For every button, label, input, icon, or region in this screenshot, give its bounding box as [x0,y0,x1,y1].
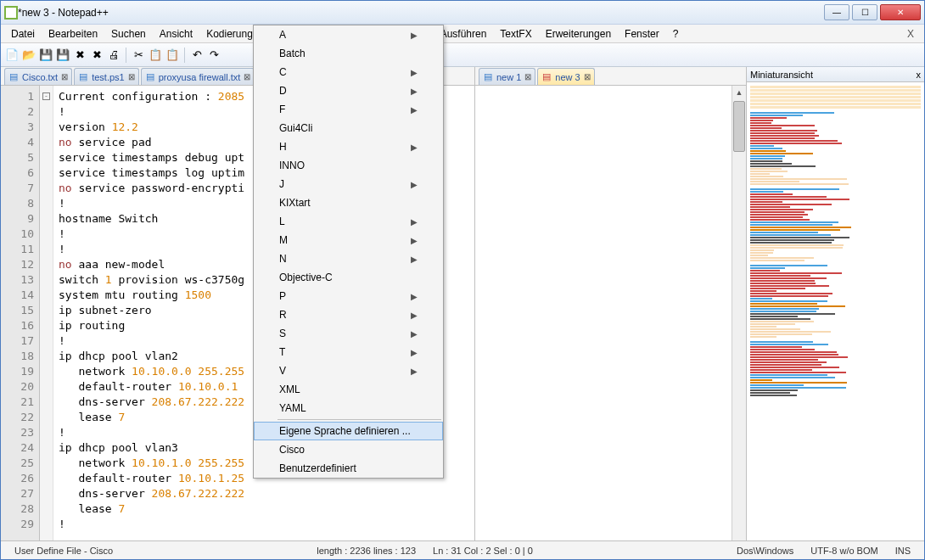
lang-item-yaml[interactable]: YAML [254,399,443,417]
lang-item[interactable]: Benutzerdefiniert [254,459,443,478]
save-all-icon[interactable]: 💾 [55,48,70,63]
menubar: DateiBearbeitenSuchenAnsichtKodierungSpr… [1,25,924,43]
file-icon: ▤ [78,72,88,82]
menu-bearbeiten[interactable]: Bearbeiten [42,26,104,42]
print-icon[interactable]: 🖨 [106,48,121,63]
workarea: ▤Cisco.txt⊠▤test.ps1⊠▤proxyusa firewall.… [1,67,924,540]
tab-close-icon[interactable]: ⊠ [244,72,250,81]
app-window: *new 3 - Notepad++ — ☐ ✕ DateiBearbeiten… [0,0,925,560]
lang-item-l[interactable]: L▶ [254,212,443,231]
status-encoding: UTF-8 w/o BOM [802,546,886,556]
minimap-title-text: Miniaturansicht [750,70,813,80]
lang-item-a[interactable]: A▶ [254,25,443,44]
lang-item-f[interactable]: F▶ [254,100,443,119]
tab[interactable]: ▤proxyusa firewall.txt⊠ [141,68,255,85]
copy-icon[interactable]: 📋 [148,48,163,63]
lang-item-kixtart[interactable]: KIXtart [254,193,443,212]
lang-item-j[interactable]: J▶ [254,175,443,193]
menu-?[interactable]: ? [666,26,686,42]
tab-close-icon[interactable]: ⊠ [584,72,591,81]
minimap-titlebar: Miniaturansicht x [747,67,924,82]
cut-icon[interactable]: ✂ [131,48,146,63]
lang-item-t[interactable]: T▶ [254,343,443,361]
toolbar: 📄 📂 💾 💾 ✖ ✖ 🖨 ✂ 📋 📋 ↶ ↷ [1,43,924,67]
redo-icon[interactable]: ↷ [206,48,221,63]
tab-close-icon[interactable]: ⊠ [61,72,68,81]
lang-item-v[interactable]: V▶ [254,361,443,380]
status-position: Ln : 31 Col : 2 Sel : 0 | 0 [424,546,541,556]
language-dropdown: A▶BatchC▶D▶F▶Gui4CliH▶INNOJ▶KIXtartL▶M▶N… [253,25,444,479]
right-scrollbar[interactable]: ▲ [732,86,746,540]
fold-toggle[interactable]: - [42,92,50,100]
menu-fenster[interactable]: Fenster [618,26,666,42]
file-icon: ▤ [145,72,155,82]
statusbar: User Define File - Cisco length : 2236 l… [1,540,924,559]
menu-textfx[interactable]: TextFX [493,26,538,42]
minimize-button[interactable]: — [824,4,849,20]
tab[interactable]: ▤test.ps1⊠ [74,68,139,85]
titlebar: *new 3 - Notepad++ — ☐ ✕ [1,1,924,25]
lang-item-r[interactable]: R▶ [254,305,443,324]
status-filetype: User Define File - Cisco [6,546,121,556]
paste-icon[interactable]: 📋 [165,48,180,63]
minimap-close-icon[interactable]: x [917,70,922,80]
status-eol: Dos\Windows [728,546,802,556]
menu-suchen[interactable]: Suchen [104,26,153,42]
minimap-panel: Miniaturansicht x [746,67,924,540]
maximize-button[interactable]: ☐ [852,4,877,20]
tab-close-icon[interactable]: ⊠ [128,72,135,81]
lang-item-xml[interactable]: XML [254,380,443,399]
lang-item[interactable]: Cisco [254,440,443,459]
close-all-icon[interactable]: ✖ [89,48,104,63]
tab[interactable]: ▤Cisco.txt⊠ [4,68,72,85]
lang-item-p[interactable]: P▶ [254,287,443,305]
lang-item-h[interactable]: H▶ [254,137,443,156]
lang-item[interactable]: Eigene Sprache definieren ... [254,422,443,440]
menubar-close-x[interactable]: X [900,28,921,40]
status-length: length : 2236 lines : 123 [308,546,424,556]
new-file-icon[interactable]: 📄 [4,48,20,63]
right-pane: ▤new 1⊠▤new 3⊠ ▲ [474,67,746,540]
window-title: *new 3 - Notepad++ [18,7,824,19]
lang-item-s[interactable]: S▶ [254,324,443,343]
lang-item-d[interactable]: D▶ [254,81,443,100]
right-editor-blank[interactable] [475,86,732,540]
line-number-gutter: 1234567891011121314151617181920212223242… [1,86,40,540]
right-tabstrip: ▤new 1⊠▤new 3⊠ [475,67,746,86]
lang-item-c[interactable]: C▶ [254,63,443,81]
fold-margin: - [40,86,53,540]
lang-item-batch[interactable]: Batch [254,44,443,63]
close-icon[interactable]: ✖ [72,48,87,63]
tab[interactable]: ▤new 3⊠ [537,68,594,85]
app-icon [4,6,18,20]
lang-item-gui4cli[interactable]: Gui4Cli [254,119,443,137]
lang-item-n[interactable]: N▶ [254,249,443,268]
file-icon: ▤ [483,72,493,82]
undo-icon[interactable]: ↶ [189,48,205,63]
tab-close-icon[interactable]: ⊠ [524,72,531,81]
menu-erweiterungen[interactable]: Erweiterungen [539,26,618,42]
menu-datei[interactable]: Datei [4,26,42,42]
save-icon[interactable]: 💾 [38,48,53,63]
lang-item-m[interactable]: M▶ [254,231,443,249]
minimap-body[interactable] [747,82,924,540]
status-insert-mode: INS [887,546,919,556]
tab[interactable]: ▤new 1⊠ [479,68,535,85]
file-icon: ▤ [541,72,552,82]
menu-kodierung[interactable]: Kodierung [199,26,260,42]
lang-item-objective-c[interactable]: Objective-C [254,268,443,287]
lang-item-inno[interactable]: INNO [254,156,443,175]
open-file-icon[interactable]: 📂 [21,48,36,63]
file-icon: ▤ [8,72,19,82]
close-button[interactable]: ✕ [880,4,921,20]
menu-ansicht[interactable]: Ansicht [153,26,199,42]
